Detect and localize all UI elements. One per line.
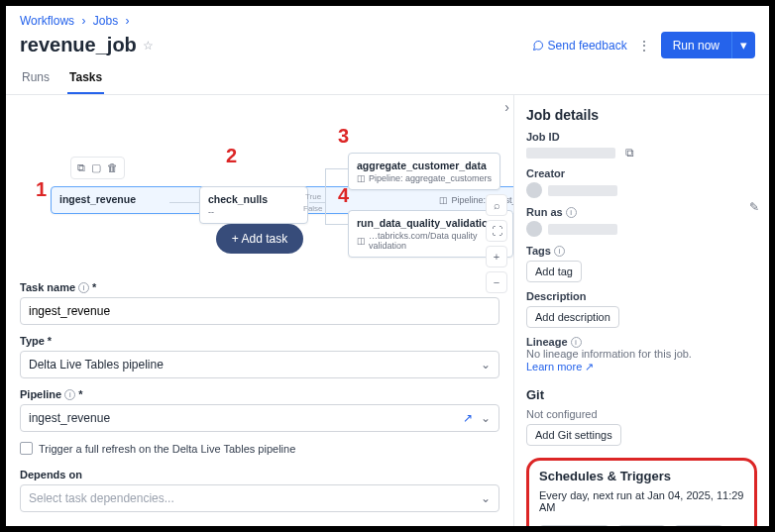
edit-icon[interactable]: ✎ bbox=[749, 200, 759, 214]
avatar bbox=[526, 182, 542, 198]
panel-title: Job details bbox=[526, 107, 757, 123]
node-title: aggregate_customer_data bbox=[357, 160, 492, 171]
tags-label: Tags i bbox=[526, 245, 757, 257]
more-menu-icon[interactable]: ⋮ bbox=[637, 38, 651, 53]
page-title: revenue_job bbox=[20, 34, 137, 56]
job-id-value bbox=[526, 148, 615, 159]
chevron-down-icon: ⌄ bbox=[481, 491, 491, 505]
full-refresh-checkbox[interactable]: Trigger a full refresh on the Delta Live… bbox=[20, 442, 499, 455]
edge bbox=[169, 202, 199, 203]
info-icon[interactable]: i bbox=[566, 207, 577, 218]
task-graph-canvas[interactable]: › 1 2 3 4 ⧉ ▢ 🗑 ingest_revenue ◫Pipeline… bbox=[6, 95, 513, 267]
avatar bbox=[526, 221, 542, 237]
schedules-title: Schedules & Triggers bbox=[539, 469, 744, 483]
task-type-label: Type bbox=[20, 335, 499, 347]
run-now-button[interactable]: Run now bbox=[661, 32, 731, 58]
depends-on-label: Depends on bbox=[20, 469, 499, 480]
delete-icon[interactable]: 🗑 bbox=[107, 161, 118, 174]
schedule-text: Every day, next run at Jan 04, 2025, 11:… bbox=[539, 489, 744, 513]
edge bbox=[309, 202, 325, 203]
edge bbox=[325, 168, 348, 169]
creator-value bbox=[548, 185, 617, 196]
edge-label-false: False bbox=[303, 204, 323, 213]
run-now-dropdown[interactable]: ▾ bbox=[731, 32, 755, 58]
info-icon[interactable]: i bbox=[571, 337, 582, 348]
tab-runs[interactable]: Runs bbox=[20, 62, 52, 94]
chat-icon bbox=[532, 40, 544, 52]
lineage-text: No lineage information for this job. bbox=[526, 348, 757, 360]
job-id-label: Job ID bbox=[526, 131, 757, 143]
chevron-right-icon: › bbox=[81, 14, 85, 28]
annotation-1: 1 bbox=[36, 178, 47, 201]
git-status: Not configured bbox=[526, 408, 757, 420]
collapse-panel-icon[interactable]: › bbox=[504, 99, 509, 115]
zoom-out-icon[interactable]: − bbox=[486, 271, 507, 293]
pipeline-select[interactable]: ingest_revenue ↗⌄ bbox=[20, 404, 499, 432]
node-title: ingest_revenue bbox=[59, 193, 136, 205]
add-git-button[interactable]: Add Git settings bbox=[526, 424, 621, 446]
copy-icon[interactable]: ⧉ bbox=[625, 146, 634, 160]
chevron-down-icon: ⌄ bbox=[481, 358, 491, 372]
job-details-panel: Job details Job ID ⧉ Creator Run as i ✎ … bbox=[513, 95, 769, 526]
runas-value bbox=[548, 224, 617, 235]
crumb-workflows[interactable]: Workflows bbox=[20, 14, 74, 28]
lineage-label: Lineage i bbox=[526, 336, 757, 348]
annotation-3: 3 bbox=[338, 125, 349, 148]
clone-icon[interactable]: ⧉ bbox=[77, 161, 85, 174]
node-subtitle: ◫Pipeline: aggregate_customers bbox=[357, 173, 492, 183]
crumb-jobs[interactable]: Jobs bbox=[93, 14, 118, 28]
learn-more-link[interactable]: Learn more ↗ bbox=[526, 361, 594, 372]
schedules-section: Schedules & Triggers Every day, next run… bbox=[526, 458, 757, 526]
chevron-down-icon: ⌄ bbox=[481, 411, 491, 425]
checkbox-icon bbox=[20, 442, 33, 455]
search-icon[interactable]: ⌕ bbox=[486, 194, 507, 216]
star-icon[interactable]: ☆ bbox=[143, 39, 154, 53]
breadcrumb: Workflows › Jobs › bbox=[6, 6, 769, 28]
annotation-2: 2 bbox=[226, 145, 237, 167]
description-label: Description bbox=[526, 290, 757, 302]
copy-icon[interactable]: ▢ bbox=[91, 161, 101, 174]
node-title: check_nulls bbox=[208, 193, 299, 205]
edge-label-true: True bbox=[305, 192, 321, 201]
info-icon[interactable]: i bbox=[64, 389, 75, 400]
pipeline-label: Pipeline i bbox=[20, 388, 499, 400]
info-icon[interactable]: i bbox=[554, 246, 565, 257]
info-icon[interactable]: i bbox=[78, 282, 89, 293]
tab-tasks[interactable]: Tasks bbox=[67, 62, 104, 94]
task-type-select[interactable]: Delta Live Tables pipeline ⌄ bbox=[20, 351, 499, 378]
runas-label: Run as i bbox=[526, 206, 757, 218]
node-toolbar: ⧉ ▢ 🗑 bbox=[70, 157, 125, 179]
add-tag-button[interactable]: Add tag bbox=[526, 261, 582, 282]
task-name-input[interactable] bbox=[20, 297, 499, 325]
add-description-button[interactable]: Add description bbox=[526, 306, 619, 328]
send-feedback-link[interactable]: Send feedback bbox=[532, 39, 627, 53]
chevron-right-icon: › bbox=[126, 14, 130, 28]
edit-trigger-button[interactable]: Edit trigger bbox=[539, 525, 609, 526]
external-link-icon[interactable]: ↗ bbox=[463, 411, 473, 425]
task-node-aggregate[interactable]: aggregate_customer_data ◫Pipeline: aggre… bbox=[348, 153, 500, 190]
git-title: Git bbox=[526, 387, 757, 402]
creator-label: Creator bbox=[526, 167, 757, 179]
depends-on-select[interactable]: Select task dependencies... ⌄ bbox=[20, 484, 499, 512]
task-name-label: Task name i bbox=[20, 281, 499, 293]
add-task-button[interactable]: + Add task bbox=[216, 224, 303, 254]
delete-button[interactable]: Delete bbox=[674, 525, 723, 526]
pause-button[interactable]: Pause bbox=[617, 525, 666, 526]
